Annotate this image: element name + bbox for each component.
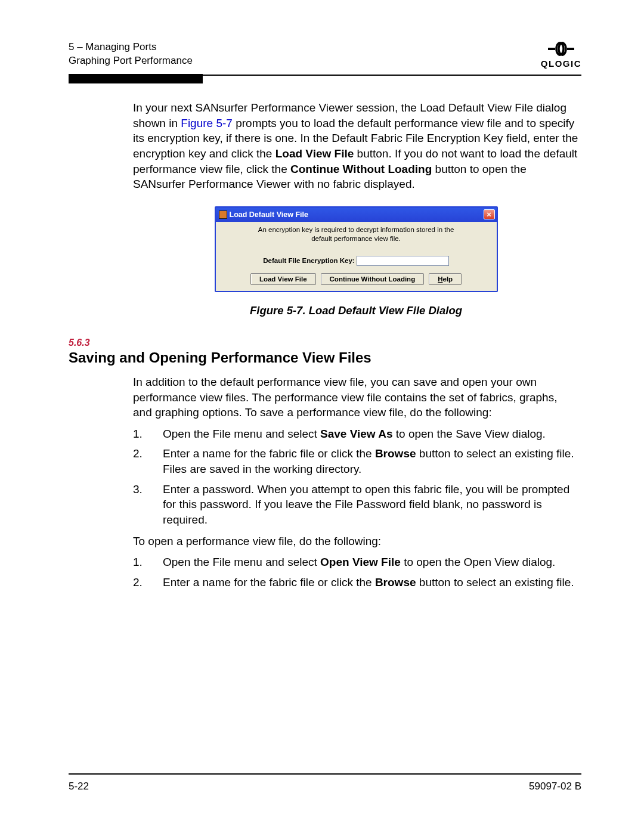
step-number: 1. [133,555,163,570]
list-item: 1.Open the File menu and select Open Vie… [133,555,579,570]
section-number: 5.6.3 [69,337,579,348]
step-body: Enter a name for the fabric file or clic… [163,575,579,590]
step-number: 2. [133,575,163,590]
step-body: Enter a name for the fabric file or clic… [163,446,579,476]
page-number: 5-22 [69,781,89,792]
section-heading: Saving and Opening Performance View File… [69,349,579,366]
footer-divider [69,773,581,775]
open-steps-list: 1.Open the File menu and select Open Vie… [133,555,579,590]
load-default-view-file-dialog: Load Default View File × An encryption k… [215,206,498,292]
list-item: 2.Enter a name for the fabric file or cl… [133,575,579,590]
save-steps-list: 1.Open the File menu and select Save Vie… [133,426,579,528]
dialog-message: An encryption key is required to decrypt… [252,225,460,244]
step-body: Enter a password. When you attempt to op… [163,482,579,528]
dialog-titlebar: Load Default View File × [216,208,497,222]
step-body: Open the File menu and select Open View … [163,555,579,570]
dialog-title: Load Default View File [230,210,308,219]
logo-mark-icon [541,41,581,58]
list-item: 1.Open the File menu and select Save Vie… [133,426,579,442]
figure-caption: Figure 5-7. Load Default View File Dialo… [133,304,579,317]
logo-text: QLOGIC [541,58,581,69]
svg-rect-1 [567,48,574,50]
figure-crossref[interactable]: Figure 5-7 [181,117,233,129]
header-black-block [69,74,203,83]
qlogic-logo: QLOGIC [541,41,581,69]
dialog-app-icon [219,210,227,219]
section-intro-paragraph: In addition to the default performance v… [133,374,579,420]
help-button[interactable]: Help [429,273,462,285]
step-number: 3. [133,482,163,528]
load-view-file-button[interactable]: Load View File [250,273,316,285]
step-number: 1. [133,426,163,442]
encryption-key-label: Default File Encryption Key: [263,257,354,264]
section-label: Graphing Port Performance [69,54,193,68]
page-footer: 5-22 59097-02 B [69,773,581,792]
step-number: 2. [133,446,163,476]
intro-paragraph: In your next SANsurfer Performance Viewe… [133,100,579,192]
list-item: 2.Enter a name for the fabric file or cl… [133,446,579,476]
open-intro-paragraph: To open a performance view file, do the … [133,534,579,549]
list-item: 3.Enter a password. When you attempt to … [133,482,579,528]
step-body: Open the File menu and select Save View … [163,426,579,442]
close-icon[interactable]: × [484,209,495,219]
document-number: 59097-02 B [529,781,581,792]
continue-without-loading-button[interactable]: Continue Without Loading [321,273,425,285]
chapter-label: 5 – Managing Ports [69,41,193,54]
svg-rect-0 [548,48,555,50]
page-header-text: 5 – Managing Ports Graphing Port Perform… [69,41,193,68]
encryption-key-input[interactable] [357,256,449,266]
